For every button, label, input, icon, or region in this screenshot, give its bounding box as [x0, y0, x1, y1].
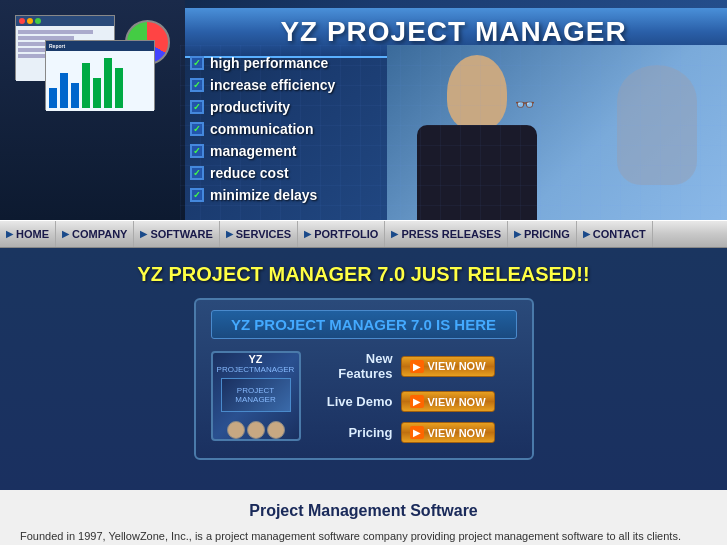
feature-label-4: communication: [210, 121, 313, 137]
release-link-live-demo: Live Demo ▶ VIEW NOW: [313, 391, 495, 412]
feature-label-6: reduce cost: [210, 165, 289, 181]
nav-portfolio[interactable]: ▶ PORTFOLIO: [298, 221, 385, 247]
features-list: high performance increase efficiency pro…: [190, 55, 370, 209]
feature-item-4: communication: [190, 121, 370, 137]
feature-item-3: productivity: [190, 99, 370, 115]
nav-company[interactable]: ▶ COMPANY: [56, 221, 134, 247]
nav-home[interactable]: ▶ HOME: [0, 221, 56, 247]
nav-pricing[interactable]: ▶ PRICING: [508, 221, 577, 247]
view-arrow-demo: ▶: [410, 395, 424, 408]
feature-label-2: increase efficiency: [210, 77, 335, 93]
person-glasses: 👓: [515, 95, 535, 114]
feature-item-2: increase efficiency: [190, 77, 370, 93]
nav-arrow-home: ▶: [6, 229, 13, 239]
feature-item-5: management: [190, 143, 370, 159]
release-links: New Features ▶ VIEW NOW Live Demo ▶ VIEW…: [313, 351, 495, 443]
feature-item-7: minimize delays: [190, 187, 370, 203]
bottom-title: Project Management Software: [20, 502, 707, 520]
view-now-pricing-label: VIEW NOW: [428, 427, 486, 439]
feature-check-3: [190, 100, 204, 114]
feature-item-1: high performance: [190, 55, 370, 71]
view-arrow-features: ▶: [410, 360, 424, 373]
view-now-demo-button[interactable]: ▶ VIEW NOW: [401, 391, 495, 412]
release-inner: YZ PROJECTMANAGER PROJECTMANAGER New Fea…: [211, 351, 517, 443]
nav-arrow-pricing: ▶: [514, 229, 521, 239]
nav-arrow-portfolio: ▶: [304, 229, 311, 239]
feature-check-6: [190, 166, 204, 180]
nav-press[interactable]: ▶ PRESS RELEASES: [385, 221, 508, 247]
person-body: [417, 125, 537, 220]
feature-label-1: high performance: [210, 55, 328, 71]
nav-arrow-press: ▶: [391, 229, 398, 239]
nav-software[interactable]: ▶ SOFTWARE: [134, 221, 219, 247]
view-now-demo-label: VIEW NOW: [428, 396, 486, 408]
header-photo: 👓: [387, 45, 727, 220]
feature-label-3: productivity: [210, 99, 290, 115]
bg-person: [617, 65, 697, 185]
feature-check-2: [190, 78, 204, 92]
link-label-demo: Live Demo: [313, 394, 393, 409]
nav-arrow-contact: ▶: [583, 229, 590, 239]
bottom-section: Project Management Software Founded in 1…: [0, 490, 727, 545]
feature-check-7: [190, 188, 204, 202]
main-content: YZ PROJECT MANAGER 7.0 JUST RELEASED!! Y…: [0, 248, 727, 490]
release-link-new-features: New Features ▶ VIEW NOW: [313, 351, 495, 381]
feature-check-5: [190, 144, 204, 158]
feature-check-4: [190, 122, 204, 136]
link-label-pricing: Pricing: [313, 425, 393, 440]
person-head: 👓: [447, 55, 507, 130]
view-now-features-button[interactable]: ▶ VIEW NOW: [401, 356, 495, 377]
view-now-features-label: VIEW NOW: [428, 360, 486, 372]
nav-arrow-services: ▶: [226, 229, 233, 239]
product-box-art: PROJECTMANAGER: [221, 378, 291, 412]
nav-services[interactable]: ▶ SERVICES: [220, 221, 298, 247]
navigation-bar: ▶ HOME ▶ COMPANY ▶ SOFTWARE ▶ SERVICES ▶…: [0, 220, 727, 248]
product-logo: YZ: [248, 353, 262, 365]
product-faces: [227, 421, 285, 439]
feature-label-5: management: [210, 143, 296, 159]
release-title: YZ PROJECT MANAGER 7.0 JUST RELEASED!!: [15, 263, 712, 286]
release-box-title: YZ PROJECT MANAGER 7.0 IS HERE: [211, 310, 517, 339]
nav-arrow-company: ▶: [62, 229, 69, 239]
nav-arrow-software: ▶: [140, 229, 147, 239]
view-now-pricing-button[interactable]: ▶ VIEW NOW: [401, 422, 495, 443]
feature-check-1: [190, 56, 204, 70]
feature-item-6: reduce cost: [190, 165, 370, 181]
header-banner: YZ PROJECT MANAGER: [0, 0, 727, 220]
product-sub: PROJECTMANAGER: [217, 365, 295, 374]
release-box: YZ PROJECT MANAGER 7.0 IS HERE YZ PROJEC…: [194, 298, 534, 460]
face-2: [247, 421, 265, 439]
sim-window-2: Report: [45, 40, 155, 110]
bottom-text: Founded in 1997, YellowZone, Inc., is a …: [20, 528, 707, 545]
release-link-pricing: Pricing ▶ VIEW NOW: [313, 422, 495, 443]
view-arrow-pricing: ▶: [410, 426, 424, 439]
link-label-features: New Features: [313, 351, 393, 381]
nav-contact[interactable]: ▶ CONTACT: [577, 221, 653, 247]
feature-label-7: minimize delays: [210, 187, 317, 203]
face-1: [227, 421, 245, 439]
product-box-image: YZ PROJECTMANAGER PROJECTMANAGER: [211, 351, 301, 441]
face-3: [267, 421, 285, 439]
header-screenshot: Report: [0, 0, 185, 220]
